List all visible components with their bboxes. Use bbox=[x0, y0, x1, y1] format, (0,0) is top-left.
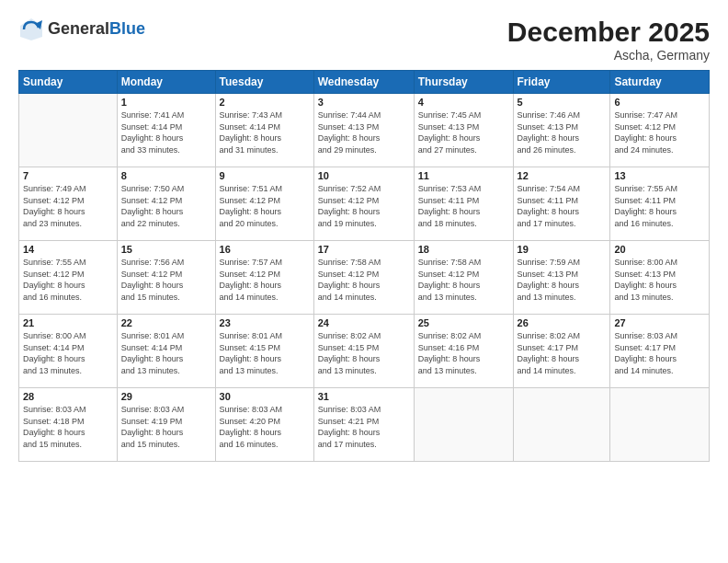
calendar-cell: 5Sunrise: 7:46 AM Sunset: 4:13 PM Daylig… bbox=[513, 94, 610, 167]
day-info: Sunrise: 7:57 AM Sunset: 4:12 PM Dayligh… bbox=[220, 257, 310, 303]
day-info: Sunrise: 8:02 AM Sunset: 4:16 PM Dayligh… bbox=[418, 330, 509, 376]
logo-general: General bbox=[48, 19, 109, 38]
day-number: 21 bbox=[23, 317, 113, 328]
col-header-sunday: Sunday bbox=[19, 71, 118, 94]
calendar-cell: 3Sunrise: 7:44 AM Sunset: 4:13 PM Daylig… bbox=[313, 94, 414, 167]
calendar-cell: 23Sunrise: 8:01 AM Sunset: 4:15 PM Dayli… bbox=[215, 315, 313, 388]
week-row-2: 7Sunrise: 7:49 AM Sunset: 4:12 PM Daylig… bbox=[19, 167, 710, 241]
col-header-saturday: Saturday bbox=[610, 71, 710, 94]
page: GeneralBlue December 2025 Ascha, Germany… bbox=[0, 0, 728, 563]
logo-text: GeneralBlue bbox=[48, 20, 145, 39]
day-info: Sunrise: 7:55 AM Sunset: 4:11 PM Dayligh… bbox=[614, 183, 705, 229]
day-number: 16 bbox=[220, 244, 310, 255]
calendar-cell: 20Sunrise: 8:00 AM Sunset: 4:13 PM Dayli… bbox=[610, 241, 710, 315]
calendar-cell bbox=[610, 388, 710, 462]
calendar-cell: 18Sunrise: 7:58 AM Sunset: 4:12 PM Dayli… bbox=[414, 241, 513, 315]
day-info: Sunrise: 7:51 AM Sunset: 4:12 PM Dayligh… bbox=[220, 183, 310, 229]
calendar-cell: 6Sunrise: 7:47 AM Sunset: 4:12 PM Daylig… bbox=[610, 94, 710, 167]
calendar-table: SundayMondayTuesdayWednesdayThursdayFrid… bbox=[18, 70, 710, 462]
day-number: 12 bbox=[518, 170, 607, 181]
title-block: December 2025 Ascha, Germany bbox=[507, 17, 710, 63]
day-info: Sunrise: 7:56 AM Sunset: 4:12 PM Dayligh… bbox=[121, 257, 211, 303]
day-info: Sunrise: 7:46 AM Sunset: 4:13 PM Dayligh… bbox=[518, 109, 607, 155]
day-info: Sunrise: 8:01 AM Sunset: 4:14 PM Dayligh… bbox=[121, 330, 211, 376]
day-number: 22 bbox=[121, 317, 211, 328]
location: Ascha, Germany bbox=[507, 48, 710, 63]
day-info: Sunrise: 7:58 AM Sunset: 4:12 PM Dayligh… bbox=[318, 257, 410, 303]
day-number: 25 bbox=[418, 317, 509, 328]
day-number: 18 bbox=[418, 244, 509, 255]
day-info: Sunrise: 7:59 AM Sunset: 4:13 PM Dayligh… bbox=[518, 257, 607, 303]
col-header-wednesday: Wednesday bbox=[313, 71, 414, 94]
calendar-cell: 25Sunrise: 8:02 AM Sunset: 4:16 PM Dayli… bbox=[414, 315, 513, 388]
day-number: 6 bbox=[614, 97, 705, 108]
day-info: Sunrise: 8:00 AM Sunset: 4:14 PM Dayligh… bbox=[23, 330, 113, 376]
calendar-cell: 24Sunrise: 8:02 AM Sunset: 4:15 PM Dayli… bbox=[313, 315, 414, 388]
day-info: Sunrise: 7:45 AM Sunset: 4:13 PM Dayligh… bbox=[418, 109, 509, 155]
day-number: 1 bbox=[121, 97, 211, 108]
calendar-cell: 30Sunrise: 8:03 AM Sunset: 4:20 PM Dayli… bbox=[215, 388, 313, 462]
calendar-cell: 2Sunrise: 7:43 AM Sunset: 4:14 PM Daylig… bbox=[215, 94, 313, 167]
day-info: Sunrise: 7:55 AM Sunset: 4:12 PM Dayligh… bbox=[23, 257, 113, 303]
calendar-cell: 31Sunrise: 8:03 AM Sunset: 4:21 PM Dayli… bbox=[313, 388, 414, 462]
day-number: 11 bbox=[418, 170, 509, 181]
day-info: Sunrise: 8:03 AM Sunset: 4:19 PM Dayligh… bbox=[121, 404, 211, 450]
day-info: Sunrise: 8:01 AM Sunset: 4:15 PM Dayligh… bbox=[220, 330, 310, 376]
day-number: 30 bbox=[220, 391, 310, 402]
day-number: 31 bbox=[318, 391, 410, 402]
calendar-cell: 27Sunrise: 8:03 AM Sunset: 4:17 PM Dayli… bbox=[610, 315, 710, 388]
day-info: Sunrise: 8:02 AM Sunset: 4:15 PM Dayligh… bbox=[318, 330, 410, 376]
col-header-monday: Monday bbox=[117, 71, 215, 94]
day-number: 8 bbox=[121, 170, 211, 181]
day-number: 29 bbox=[121, 391, 211, 402]
calendar-header-row: SundayMondayTuesdayWednesdayThursdayFrid… bbox=[19, 71, 710, 94]
calendar-cell: 13Sunrise: 7:55 AM Sunset: 4:11 PM Dayli… bbox=[610, 167, 710, 241]
month-title: December 2025 bbox=[507, 17, 710, 48]
col-header-friday: Friday bbox=[513, 71, 610, 94]
day-info: Sunrise: 7:58 AM Sunset: 4:12 PM Dayligh… bbox=[418, 257, 509, 303]
calendar-cell: 11Sunrise: 7:53 AM Sunset: 4:11 PM Dayli… bbox=[414, 167, 513, 241]
day-number: 27 bbox=[614, 317, 705, 328]
col-header-thursday: Thursday bbox=[414, 71, 513, 94]
calendar-cell: 17Sunrise: 7:58 AM Sunset: 4:12 PM Dayli… bbox=[313, 241, 414, 315]
calendar-cell: 9Sunrise: 7:51 AM Sunset: 4:12 PM Daylig… bbox=[215, 167, 313, 241]
day-number: 5 bbox=[518, 97, 607, 108]
calendar-cell bbox=[19, 94, 118, 167]
day-info: Sunrise: 7:44 AM Sunset: 4:13 PM Dayligh… bbox=[318, 109, 410, 155]
calendar-cell: 4Sunrise: 7:45 AM Sunset: 4:13 PM Daylig… bbox=[414, 94, 513, 167]
calendar-cell: 1Sunrise: 7:41 AM Sunset: 4:14 PM Daylig… bbox=[117, 94, 215, 167]
day-number: 24 bbox=[318, 317, 410, 328]
day-number: 26 bbox=[518, 317, 607, 328]
day-info: Sunrise: 7:53 AM Sunset: 4:11 PM Dayligh… bbox=[418, 183, 509, 229]
day-info: Sunrise: 7:54 AM Sunset: 4:11 PM Dayligh… bbox=[518, 183, 607, 229]
week-row-4: 21Sunrise: 8:00 AM Sunset: 4:14 PM Dayli… bbox=[19, 315, 710, 388]
day-info: Sunrise: 7:43 AM Sunset: 4:14 PM Dayligh… bbox=[220, 109, 310, 155]
calendar-cell: 14Sunrise: 7:55 AM Sunset: 4:12 PM Dayli… bbox=[19, 241, 118, 315]
day-info: Sunrise: 7:50 AM Sunset: 4:12 PM Dayligh… bbox=[121, 183, 211, 229]
day-info: Sunrise: 7:49 AM Sunset: 4:12 PM Dayligh… bbox=[23, 183, 113, 229]
day-info: Sunrise: 7:47 AM Sunset: 4:12 PM Dayligh… bbox=[614, 109, 705, 155]
logo-icon bbox=[18, 17, 44, 42]
calendar-cell: 16Sunrise: 7:57 AM Sunset: 4:12 PM Dayli… bbox=[215, 241, 313, 315]
calendar-cell: 19Sunrise: 7:59 AM Sunset: 4:13 PM Dayli… bbox=[513, 241, 610, 315]
day-number: 4 bbox=[418, 97, 509, 108]
day-number: 7 bbox=[23, 170, 113, 181]
calendar-cell: 8Sunrise: 7:50 AM Sunset: 4:12 PM Daylig… bbox=[117, 167, 215, 241]
calendar-cell: 28Sunrise: 8:03 AM Sunset: 4:18 PM Dayli… bbox=[19, 388, 118, 462]
calendar-cell: 29Sunrise: 8:03 AM Sunset: 4:19 PM Dayli… bbox=[117, 388, 215, 462]
day-info: Sunrise: 8:03 AM Sunset: 4:18 PM Dayligh… bbox=[23, 404, 113, 450]
col-header-tuesday: Tuesday bbox=[215, 71, 313, 94]
week-row-3: 14Sunrise: 7:55 AM Sunset: 4:12 PM Dayli… bbox=[19, 241, 710, 315]
day-number: 3 bbox=[318, 97, 410, 108]
calendar-cell: 15Sunrise: 7:56 AM Sunset: 4:12 PM Dayli… bbox=[117, 241, 215, 315]
day-number: 14 bbox=[23, 244, 113, 255]
day-number: 9 bbox=[220, 170, 310, 181]
week-row-5: 28Sunrise: 8:03 AM Sunset: 4:18 PM Dayli… bbox=[19, 388, 710, 462]
calendar-cell bbox=[513, 388, 610, 462]
calendar-cell: 21Sunrise: 8:00 AM Sunset: 4:14 PM Dayli… bbox=[19, 315, 118, 388]
day-number: 13 bbox=[614, 170, 705, 181]
week-row-1: 1Sunrise: 7:41 AM Sunset: 4:14 PM Daylig… bbox=[19, 94, 710, 167]
day-number: 19 bbox=[518, 244, 607, 255]
day-number: 17 bbox=[318, 244, 410, 255]
calendar-cell: 22Sunrise: 8:01 AM Sunset: 4:14 PM Dayli… bbox=[117, 315, 215, 388]
